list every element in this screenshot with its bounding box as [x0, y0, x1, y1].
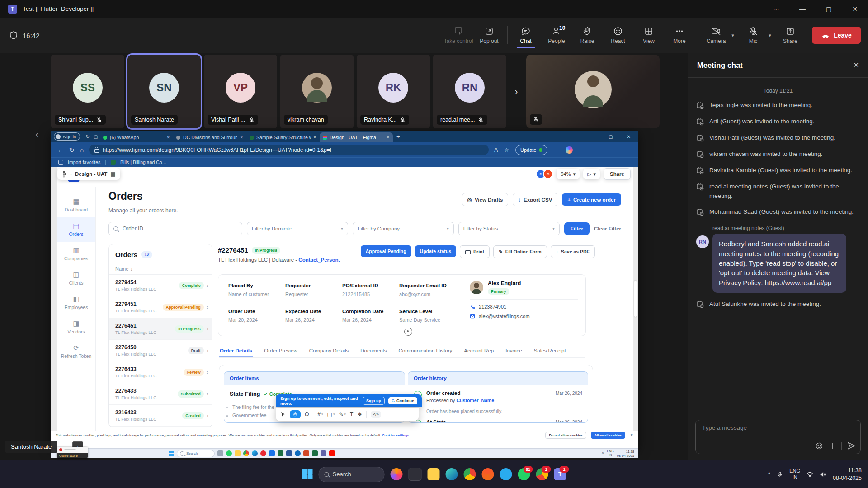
order-tab[interactable]: Company Details [308, 348, 350, 357]
tab-close-icon[interactable]: ✕ [313, 135, 317, 140]
read-aloud-icon[interactable]: A [494, 147, 498, 153]
chevron-down-icon[interactable]: ▾ [70, 172, 72, 176]
chat-message-list[interactable]: Today 11:21 Tejas Ingle was invited to t… [688, 78, 868, 414]
google-continue-button[interactable]: GContinue [388, 397, 417, 404]
shared-app-icon[interactable] [243, 450, 249, 456]
pen-tool-icon[interactable]: ✎▾ [339, 411, 346, 418]
order-id-input[interactable] [122, 225, 237, 232]
start-button[interactable] [302, 469, 313, 480]
table-row[interactable]: 2276451 TL Flex Holdings LLC In Progress… [109, 318, 212, 340]
hidden-icons-chevron[interactable]: ^ [768, 471, 771, 478]
taskbar-app-icon[interactable] [464, 468, 476, 480]
window-close-button[interactable]: ✕ [842, 5, 868, 13]
home-icon[interactable]: ⌂ [80, 146, 84, 154]
chat-button[interactable]: Chat [510, 21, 541, 49]
cookies-settings-link[interactable]: Cookies settings [382, 433, 409, 437]
shared-app-icon[interactable] [295, 450, 301, 456]
sidebar-item[interactable]: ◧ Employees [57, 291, 95, 315]
copilot-icon[interactable] [566, 146, 573, 154]
shared-clock[interactable]: 11:3808-04-2025 [617, 450, 634, 458]
tab-close-icon[interactable]: ✕ [167, 135, 170, 140]
tab-close-icon[interactable]: ✕ [387, 135, 390, 140]
order-tab[interactable]: Sales Receipt [533, 348, 567, 357]
url-field[interactable]: https://www.figma.com/design/9BKQ0FOHRWa… [89, 145, 489, 155]
shared-app-icon[interactable] [329, 450, 335, 456]
view-button[interactable]: View [633, 21, 664, 49]
shared-language-indicator[interactable]: ENGIN [607, 450, 613, 457]
shared-app-icon[interactable] [321, 450, 326, 456]
taskbar-app-icon[interactable] [409, 468, 422, 481]
present-button[interactable]: ▷ ▾ [583, 169, 600, 179]
tiles-scroll-right-icon[interactable]: › [509, 86, 523, 97]
shared-search-box[interactable]: Search [177, 450, 215, 457]
browser-tab[interactable]: (6) WhatsApp ✕ [100, 132, 173, 142]
table-row[interactable]: 2276450 TL Flex Holdings LLC Draft › [109, 340, 212, 361]
table-row[interactable]: 2279451 TL Flex Holdings LLC Approval Pe… [109, 296, 212, 318]
participant-tile[interactable]: RK Ravindra K... [357, 55, 430, 128]
component-tool-icon[interactable]: ❖ [357, 411, 362, 418]
sidebar-item[interactable]: ◨ Vendors [57, 315, 95, 339]
shared-start-icon[interactable] [169, 451, 174, 456]
filter-dropdown[interactable]: Filter by Domicile ▾ [247, 222, 348, 235]
bookmark-bills[interactable]: Bills | Billing and Co... [120, 160, 166, 165]
update-status-button[interactable]: Update status [415, 245, 456, 257]
shared-app-icon[interactable] [269, 450, 275, 456]
taskbar-app-icon[interactable] [428, 468, 440, 480]
zoom-level-control[interactable]: 94% ▾ [557, 169, 580, 179]
people-button[interactable]: 10 People [541, 21, 572, 49]
sidebar-item[interactable]: ▥ Companies [57, 242, 95, 266]
shared-app-icon[interactable] [235, 450, 241, 456]
share-button[interactable]: Share [775, 21, 806, 49]
participant-tile[interactable]: RN read.ai mee... [433, 55, 506, 128]
volume-icon[interactable] [820, 471, 826, 478]
contact-phone[interactable]: 2123874901 [479, 304, 506, 310]
create-new-order-button[interactable]: + Create new order [562, 193, 621, 206]
deny-cookies-button[interactable]: Do not allow cookies [545, 432, 586, 439]
allow-cookies-button[interactable]: Allow all cookies [591, 432, 625, 439]
more-button[interactable]: More [664, 21, 695, 49]
sign-up-button[interactable]: Sign up [363, 397, 385, 405]
browser-profile-button[interactable]: Sign in [54, 132, 80, 141]
contact-email[interactable]: alex@vstatefilings.com [479, 314, 530, 319]
figma-menu-icon[interactable] [62, 171, 67, 178]
table-row[interactable]: 2276433 TL Flex Holdings LLC Submitted › [109, 383, 212, 405]
order-id-search[interactable] [108, 222, 242, 235]
chat-input-box[interactable] [695, 420, 861, 454]
sidebar-item[interactable]: ⟳ Refresh Token [57, 339, 95, 364]
window-maximize-button[interactable]: ▢ [816, 5, 842, 13]
tab-search-icon[interactable]: ↻ [84, 134, 92, 139]
export-csv-button[interactable]: ↓ Export CSV [513, 193, 557, 206]
filter-button[interactable]: Filter [564, 222, 590, 235]
back-icon[interactable]: ← [57, 146, 64, 154]
shared-app-icon[interactable] [252, 450, 258, 456]
order-tab[interactable]: Documents [359, 348, 387, 357]
taskbar-clock[interactable]: 11:3808-04-2025 [833, 467, 862, 482]
taskbar-app-icon[interactable]: T 1 [554, 468, 566, 480]
table-row[interactable]: 2279454 TL Flex Holdings LLC Complete › [109, 275, 212, 296]
participant-tile[interactable]: SS Shivani Sup... [51, 55, 124, 128]
canvas-scrollbar[interactable] [634, 281, 637, 317]
tab-actions-icon[interactable]: ▢ [92, 134, 100, 139]
figma-file-name[interactable]: Design - UAT [75, 171, 107, 177]
sidebar-item[interactable]: ▤ Orders [57, 217, 95, 242]
order-tab[interactable]: Order Preview [263, 348, 298, 357]
emoji-icon[interactable] [815, 442, 823, 450]
camera-button[interactable]: Camera [701, 21, 731, 49]
clear-filter-button[interactable]: Clear Filter [594, 226, 621, 231]
shape-tool-icon[interactable]: O [305, 411, 309, 418]
order-tab[interactable]: Account Rep [463, 348, 495, 357]
taskbar-app-icon[interactable] [482, 468, 494, 480]
taskbar-app-icon[interactable]: 1 [536, 468, 548, 480]
shared-app-icon[interactable] [260, 450, 266, 456]
cookie-close-icon[interactable]: ✕ [630, 433, 633, 437]
shared-app-icon[interactable] [303, 450, 309, 456]
browser-tab[interactable]: DC Divisions and Surroundings ✕ [173, 132, 246, 142]
tray-chevron-icon[interactable]: ^ [602, 451, 604, 456]
browser-tab[interactable]: Design - UAT – Figma ✕ [320, 132, 393, 142]
move-tool-icon[interactable] [280, 412, 286, 417]
participant-tile[interactable]: VP Vishal Patil ... [204, 55, 277, 128]
order-tab[interactable]: Invoice [505, 348, 523, 357]
filter-dropdown[interactable]: Filter by Status ▾ [458, 222, 560, 235]
game-score-widget[interactable]: Game score [57, 447, 88, 458]
browser-minimize-button[interactable]: — [584, 134, 602, 139]
